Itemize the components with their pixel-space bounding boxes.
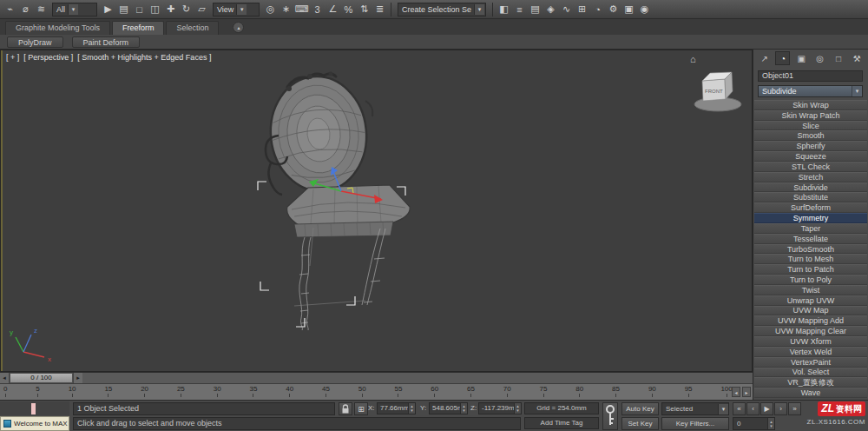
go-to-end-button[interactable]: » bbox=[788, 402, 801, 415]
spinner-icon[interactable] bbox=[514, 403, 521, 414]
spinner-icon[interactable] bbox=[460, 403, 467, 414]
viewcube-front-label[interactable]: FRONT bbox=[705, 89, 723, 94]
window-crossing-icon[interactable]: ◫ bbox=[148, 2, 162, 17]
viewcube[interactable]: FRONT bbox=[694, 72, 741, 111]
modifier-item[interactable]: Squeeze bbox=[754, 151, 867, 162]
ribbon-panel-button[interactable]: PolyDraw bbox=[7, 36, 63, 48]
perspective-viewport[interactable]: [ + ] [ Perspective ] [ Smooth + Highlig… bbox=[0, 50, 753, 372]
key-filters-button[interactable]: Key Filters... bbox=[661, 417, 729, 430]
modifier-item[interactable]: Slice bbox=[754, 121, 867, 131]
set-key-button[interactable]: Set Key bbox=[621, 417, 659, 430]
use-pivot-center-icon[interactable]: ◎ bbox=[263, 2, 278, 17]
reference-coordinate-dropdown[interactable]: View bbox=[213, 3, 260, 17]
rendered-frame-icon[interactable]: ▣ bbox=[621, 2, 636, 17]
schematic-view-icon[interactable]: ⊞ bbox=[575, 2, 589, 17]
track-scroll-right-icon[interactable] bbox=[742, 387, 751, 397]
selection-filter-dropdown[interactable]: All bbox=[52, 3, 97, 17]
modifier-item[interactable]: UVW Xform bbox=[754, 336, 867, 347]
track-scroll-left-icon[interactable] bbox=[732, 387, 740, 397]
modifier-item[interactable]: Unwrap UVW bbox=[754, 295, 867, 306]
maxscript-mini-listener[interactable] bbox=[0, 401, 69, 415]
select-and-manipulate-icon[interactable]: ∗ bbox=[279, 2, 293, 17]
modifier-item[interactable]: Subdivide bbox=[754, 182, 867, 193]
modifier-item[interactable]: Spherify bbox=[754, 141, 867, 151]
percent-snap-icon[interactable]: % bbox=[341, 2, 356, 17]
viewport-view-menu[interactable]: [ Perspective ] bbox=[23, 53, 73, 62]
bind-to-space-warp-icon[interactable]: ≋ bbox=[34, 2, 49, 17]
selection-lock-toggle[interactable] bbox=[339, 402, 352, 415]
modifier-item[interactable]: Taper bbox=[754, 223, 867, 234]
modifier-item[interactable]: Substitute bbox=[754, 192, 867, 202]
layer-manager-icon[interactable]: ▤ bbox=[528, 2, 542, 17]
modifier-item[interactable]: UVW Map bbox=[754, 306, 867, 316]
play-button[interactable]: ▶ bbox=[760, 402, 773, 415]
render-setup-icon[interactable]: ⚙ bbox=[606, 2, 621, 17]
viewport-canvas[interactable]: x y z FRONT ⌂ bbox=[1, 50, 752, 371]
modifier-item[interactable]: Skin Wrap Patch bbox=[754, 110, 867, 121]
ribbon-tab[interactable]: Freeform bbox=[112, 21, 165, 35]
utilities-tab-icon[interactable]: ⚒ bbox=[850, 51, 865, 65]
x-coord-field[interactable]: 77.66mm bbox=[377, 402, 416, 414]
next-frame-button[interactable]: › bbox=[774, 402, 787, 415]
ribbon-tab[interactable]: Graphite Modeling Tools bbox=[5, 21, 110, 35]
go-to-start-button[interactable]: « bbox=[733, 402, 746, 415]
modifier-list-dropdown[interactable]: Subdivide bbox=[758, 85, 863, 97]
set-keys-button[interactable] bbox=[602, 402, 618, 430]
welcome-window-button[interactable]: Welcome to MAX bbox=[0, 416, 69, 431]
current-frame-field[interactable]: 0 bbox=[733, 417, 775, 430]
modifier-item[interactable]: UVW Mapping Add bbox=[754, 315, 867, 326]
modifier-item[interactable]: STL Check bbox=[754, 162, 867, 172]
select-and-link-icon[interactable]: ⌁ bbox=[3, 2, 17, 17]
modifier-item[interactable]: VR_置换修改 bbox=[754, 377, 867, 388]
modifier-item[interactable]: Wave bbox=[754, 388, 867, 398]
edit-named-selection-sets-icon[interactable]: ≣ bbox=[372, 2, 387, 17]
rectangular-selection-region-icon[interactable]: □ bbox=[132, 2, 147, 17]
select-and-rotate-icon[interactable]: ↻ bbox=[179, 2, 194, 17]
time-slider-next-icon[interactable] bbox=[73, 373, 82, 383]
hierarchy-tab-icon[interactable]: ▣ bbox=[794, 51, 809, 65]
track-bar[interactable]: 0510152025303540455055606570758085909510… bbox=[0, 383, 753, 400]
spinner-snap-icon[interactable]: ⇅ bbox=[357, 2, 372, 17]
spinner-icon[interactable] bbox=[408, 403, 415, 414]
modifier-item[interactable]: UVW Mapping Clear bbox=[754, 326, 867, 336]
mirror-icon[interactable]: ◧ bbox=[496, 2, 511, 17]
listener-divider-handle[interactable] bbox=[31, 403, 36, 414]
modifier-item[interactable]: Turn to Poly bbox=[754, 275, 867, 285]
add-time-tag-field[interactable]: Add Time Tag bbox=[524, 417, 599, 429]
select-object-icon[interactable]: ▶ bbox=[101, 2, 115, 17]
render-icon[interactable]: ◉ bbox=[637, 2, 652, 17]
motion-tab-icon[interactable]: ◎ bbox=[812, 51, 827, 65]
modifier-item[interactable]: Turn to Mesh bbox=[754, 254, 867, 264]
align-icon[interactable]: ≡ bbox=[512, 2, 527, 17]
unlink-selection-icon[interactable]: ⌀ bbox=[18, 2, 33, 17]
z-coord-field[interactable]: -117.239mm bbox=[478, 402, 522, 414]
named-selection-sets-dropdown[interactable]: Create Selection Se bbox=[398, 3, 486, 17]
select-and-scale-icon[interactable]: ▱ bbox=[194, 2, 209, 17]
modifier-item[interactable]: Symmetry bbox=[754, 213, 867, 223]
modify-tab-icon[interactable]: ◔ bbox=[775, 51, 790, 65]
snaps-toggle-icon[interactable]: 3 bbox=[310, 2, 325, 17]
time-slider-track[interactable]: 0 / 100 bbox=[0, 372, 753, 383]
spinner-icon[interactable] bbox=[767, 418, 774, 429]
key-mode-dropdown[interactable]: Selected bbox=[661, 402, 729, 415]
modifier-item[interactable]: Vertex Weld bbox=[754, 347, 867, 357]
home-icon[interactable]: ⌂ bbox=[690, 54, 696, 64]
modifier-item[interactable]: Stretch bbox=[754, 172, 867, 182]
time-slider-handle[interactable]: 0 / 100 bbox=[10, 373, 73, 383]
material-editor-icon[interactable]: ◔ bbox=[590, 2, 605, 17]
keyboard-override-icon[interactable]: ⌨ bbox=[294, 2, 309, 17]
modifier-item[interactable]: Tessellate bbox=[754, 234, 867, 244]
modifier-item[interactable]: TurboSmooth bbox=[754, 244, 867, 255]
modifier-item[interactable]: Vol. Select bbox=[754, 368, 867, 378]
modifier-item[interactable]: VertexPaint bbox=[754, 357, 867, 368]
ribbon-minimize-icon[interactable] bbox=[233, 22, 244, 33]
curve-editor-icon[interactable]: ∿ bbox=[559, 2, 574, 17]
object-name-field[interactable]: Object01 bbox=[758, 70, 863, 82]
modifier-item[interactable]: Skin Wrap bbox=[754, 100, 867, 110]
ribbon-panel-button[interactable]: Paint Deform bbox=[72, 36, 141, 48]
y-coord-field[interactable]: 548.605mm bbox=[429, 402, 468, 414]
chair-model[interactable] bbox=[265, 72, 410, 331]
viewport-shading-menu[interactable]: [ Smooth + Highlights + Edged Faces ] bbox=[77, 53, 211, 62]
modifier-item[interactable]: Smooth bbox=[754, 130, 867, 141]
time-slider-prev-icon[interactable] bbox=[0, 373, 10, 383]
